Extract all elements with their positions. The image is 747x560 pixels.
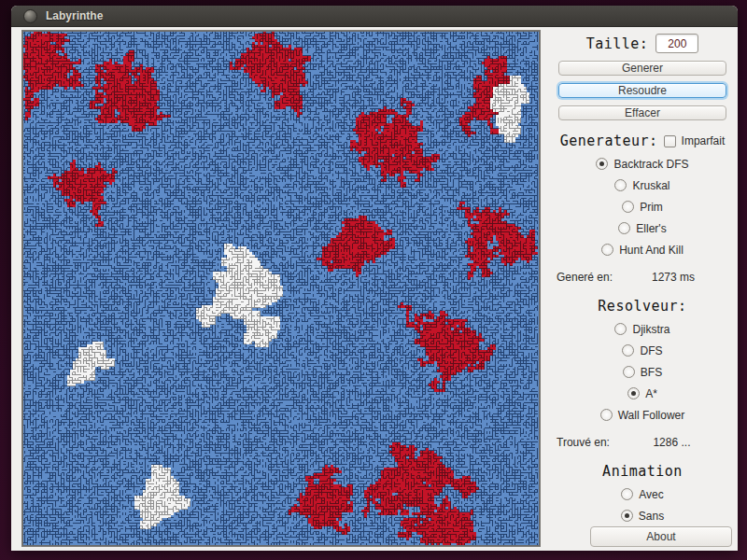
- radio-avec[interactable]: Avec: [621, 488, 663, 501]
- radio-sans[interactable]: Sans: [621, 510, 664, 523]
- radio-backtrack-dfs[interactable]: Backtrack DFS: [596, 158, 688, 171]
- radio-bfs[interactable]: BFS: [623, 366, 662, 379]
- radio-button[interactable]: [623, 366, 635, 378]
- radio-hunt-and-kill[interactable]: Hunt And Kill: [601, 244, 684, 257]
- radio-label: BFS: [641, 366, 662, 379]
- found-time-row: Trouvé en: 1286 ...: [551, 436, 734, 449]
- window-title: Labyrinthe: [46, 9, 103, 22]
- desktop: { "window": { "title": "Labyrinthe" }, "…: [0, 0, 747, 560]
- radio-label: Avec: [639, 488, 663, 501]
- app-window: Labyrinthe Taille: Generer Resoudre Effa…: [11, 6, 738, 551]
- radio-label: Prim: [640, 201, 663, 214]
- radio-eller-s[interactable]: Eller's: [618, 222, 666, 235]
- radio-button[interactable]: [600, 409, 613, 421]
- titlebar: Labyrinthe: [11, 6, 738, 27]
- generator-header: Generateur: Imparfait: [560, 133, 726, 149]
- generated-time-value: 1273 ms: [613, 271, 734, 284]
- imperfect-checkbox[interactable]: [664, 135, 676, 147]
- radio-button[interactable]: [627, 387, 640, 399]
- radio-label: A*: [645, 387, 657, 400]
- size-row: Taille:: [586, 34, 699, 53]
- close-button[interactable]: [23, 9, 37, 23]
- imperfect-label: Imparfait: [682, 134, 726, 147]
- generate-button[interactable]: Generer: [558, 61, 726, 76]
- radio-button[interactable]: [614, 179, 627, 191]
- generator-options: Backtrack DFSKruskalPrimEller'sHunt And …: [596, 153, 688, 260]
- animation-options: AvecSans: [621, 483, 664, 526]
- radio-button[interactable]: [622, 201, 634, 213]
- maze-canvas: [22, 31, 540, 546]
- radio-label: Wall Follower: [618, 409, 685, 422]
- radio-label: Backtrack DFS: [613, 158, 688, 171]
- found-time-value: 1286 ...: [610, 436, 734, 449]
- radio-label: Kruskal: [632, 179, 669, 192]
- radio-label: Eller's: [636, 222, 666, 235]
- radio-prim[interactable]: Prim: [622, 201, 663, 214]
- solver-label: Resolveur:: [598, 298, 686, 315]
- radio-dfs[interactable]: DFS: [622, 344, 662, 357]
- radio-label: Sans: [639, 510, 664, 523]
- window-content: Taille: Generer Resoudre Effacer Generat…: [11, 27, 738, 551]
- size-label: Taille:: [586, 35, 649, 52]
- radio-label: Djikstra: [632, 323, 669, 336]
- control-panel: Taille: Generer Resoudre Effacer Generat…: [551, 30, 734, 546]
- animation-label: Animation: [602, 463, 683, 480]
- generated-time-label: Generé en:: [551, 271, 613, 284]
- generator-label: Generateur:: [560, 133, 658, 149]
- maze-viewport: [21, 30, 541, 547]
- radio-label: DFS: [640, 344, 662, 357]
- generated-time-row: Generé en: 1273 ms: [551, 271, 734, 284]
- radio-wall-follower[interactable]: Wall Follower: [600, 409, 685, 422]
- about-button[interactable]: About: [590, 526, 732, 547]
- radio-button[interactable]: [621, 488, 633, 500]
- solver-options: DjikstraDFSBFSA*Wall Follower: [600, 318, 685, 426]
- about-row: About: [551, 526, 734, 547]
- clear-button[interactable]: Effacer: [558, 105, 726, 120]
- radio-button[interactable]: [622, 344, 634, 357]
- found-time-label: Trouvé en:: [551, 436, 610, 449]
- radio-kruskal[interactable]: Kruskal: [614, 179, 669, 192]
- radio-button[interactable]: [601, 244, 613, 256]
- radio-button[interactable]: [596, 158, 608, 170]
- radio-button[interactable]: [621, 510, 633, 522]
- radio-label: Hunt And Kill: [619, 244, 684, 257]
- radio-djikstra[interactable]: Djikstra: [614, 323, 669, 336]
- radio-button[interactable]: [614, 323, 627, 335]
- solve-button[interactable]: Resoudre: [558, 83, 726, 98]
- size-input[interactable]: [655, 34, 698, 53]
- radio-a[interactable]: A*: [627, 387, 657, 400]
- radio-button[interactable]: [618, 222, 630, 234]
